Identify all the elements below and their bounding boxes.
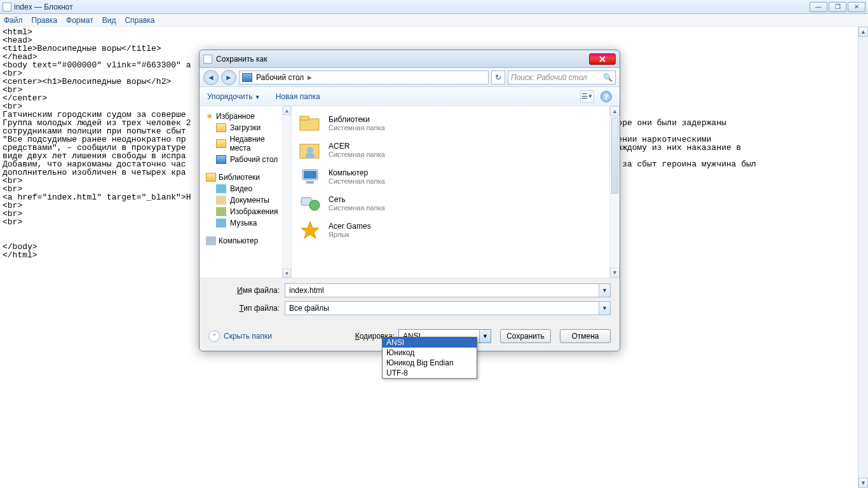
scroll-down-icon[interactable]: ▼ <box>858 478 868 488</box>
file-subtitle: Системная папка <box>329 124 385 132</box>
encoding-option[interactable]: Юникод Big Endian <box>383 358 477 368</box>
filename-input[interactable]: index.html ▼ <box>285 283 611 297</box>
form-area: Имя файла: index.html ▼ Тип файла: Все ф… <box>200 278 620 323</box>
chevron-down-icon[interactable]: ▼ <box>479 330 491 342</box>
nav-forward-button[interactable]: ► <box>221 70 236 85</box>
organize-button[interactable]: Упорядочить ▼ <box>207 92 261 101</box>
sidebar-favorites-header[interactable]: ★Избранное <box>200 110 291 122</box>
scroll-up-icon[interactable]: ▲ <box>283 106 291 115</box>
search-input[interactable]: Поиск: Рабочий стол 🔍 <box>508 71 616 85</box>
computer-icon <box>298 166 322 187</box>
file-item[interactable]: СетьСистемная папка <box>298 190 613 217</box>
file-subtitle: Системная папка <box>329 204 385 212</box>
svg-rect-1 <box>300 116 309 120</box>
sidebar-item-music[interactable]: Музыка <box>200 217 291 229</box>
close-icon <box>599 56 606 62</box>
filetype-select[interactable]: Все файлы ▼ <box>285 301 611 315</box>
nav-sidebar: ★Избранное Загрузки Недавние места Рабоч… <box>200 106 292 278</box>
maximize-button[interactable]: ❐ <box>829 2 846 12</box>
view-options-button[interactable]: ☰▼ <box>580 90 594 103</box>
encoding-option[interactable]: Юникод <box>383 348 477 358</box>
sidebar-item-downloads[interactable]: Загрузки <box>200 122 291 133</box>
images-icon <box>216 207 226 216</box>
help-button[interactable]: ? <box>600 91 612 102</box>
breadcrumb[interactable]: Рабочий стол ▶ <box>239 71 489 85</box>
file-item[interactable]: КомпьютерСистемная папка <box>298 163 613 190</box>
dialog-icon <box>203 55 212 64</box>
folder-icon <box>216 123 226 132</box>
scroll-down-icon[interactable]: ▼ <box>610 268 620 278</box>
file-subtitle: Системная папка <box>329 177 385 185</box>
filename-label: Имя файла: <box>208 286 285 295</box>
hide-folders-button[interactable]: ˄ Скрыть папки <box>208 330 272 342</box>
file-item[interactable]: Acer GamesЯрлык <box>298 217 613 243</box>
encoding-option[interactable]: UTF-8 <box>383 368 477 378</box>
dialog-titlebar[interactable]: Сохранить как <box>200 50 620 68</box>
sidebar-item-recent[interactable]: Недавние места <box>200 133 291 154</box>
scroll-down-icon[interactable]: ▼ <box>283 269 291 278</box>
dialog-close-button[interactable] <box>589 53 616 65</box>
minimize-button[interactable]: — <box>810 2 827 12</box>
file-name: Сеть <box>329 195 385 204</box>
dialog-toolbar: Упорядочить ▼ Новая папка ☰▼ ? <box>200 87 620 106</box>
computer-icon <box>206 236 216 245</box>
chevron-down-icon[interactable]: ▼ <box>599 302 610 315</box>
notepad-icon <box>3 3 11 11</box>
libraries-icon <box>298 112 322 134</box>
search-icon: 🔍 <box>603 73 613 82</box>
scroll-up-icon[interactable]: ▲ <box>858 27 868 37</box>
file-subtitle: Ярлык <box>329 231 371 238</box>
svg-point-9 <box>309 200 320 210</box>
notepad-scrollbar[interactable]: ▲ ▼ <box>858 27 868 488</box>
menu-edit[interactable]: Правка <box>32 16 58 25</box>
refresh-button[interactable]: ↻ <box>491 71 505 85</box>
video-icon <box>216 184 226 193</box>
file-name: Acer Games <box>329 222 371 231</box>
folder-icon <box>216 139 226 148</box>
close-button[interactable]: ✕ <box>848 2 865 12</box>
network-icon <box>298 193 322 214</box>
sidebar-item-images[interactable]: Изображения <box>200 206 291 217</box>
sidebar-item-documents[interactable]: Документы <box>200 194 291 206</box>
save-button[interactable]: Сохранить <box>500 329 551 343</box>
encoding-dropdown[interactable]: ANSIЮникодЮникод Big EndianUTF-8 <box>382 337 477 379</box>
file-pane[interactable]: БиблиотекиСистемная папкаACERСистемная п… <box>292 106 620 278</box>
dialog-body: ★Избранное Загрузки Недавние места Рабоч… <box>200 106 620 278</box>
notepad-titlebar[interactable]: index — Блокнот — ❐ ✕ <box>0 0 868 14</box>
file-item[interactable]: БиблиотекиСистемная папка <box>298 110 613 137</box>
file-subtitle: Системная папка <box>329 151 385 158</box>
svg-rect-6 <box>304 171 316 179</box>
scroll-up-icon[interactable]: ▲ <box>610 106 620 116</box>
menu-file[interactable]: Файл <box>4 16 23 25</box>
shortcut-icon <box>298 219 322 241</box>
chevron-right-icon[interactable]: ▶ <box>308 74 312 81</box>
menu-help[interactable]: Справка <box>125 16 154 25</box>
filelist-scrollbar[interactable]: ▲ ▼ <box>609 106 620 278</box>
chevron-down-icon[interactable]: ▼ <box>599 284 610 297</box>
sidebar-computer-header[interactable]: Компьютер <box>200 235 291 247</box>
dialog-title: Сохранить как <box>216 55 267 64</box>
encoding-option[interactable]: ANSI <box>383 337 477 348</box>
music-icon <box>216 219 226 227</box>
sidebar-libraries-header[interactable]: Библиотеки <box>200 172 291 183</box>
sidebar-item-desktop[interactable]: Рабочий стол <box>200 154 291 165</box>
chevron-down-icon: ▼ <box>255 94 261 100</box>
sidebar-item-video[interactable]: Видео <box>200 183 291 194</box>
nav-back-button[interactable]: ◄ <box>203 70 219 85</box>
file-name: Компьютер <box>329 168 385 177</box>
star-icon: ★ <box>206 111 214 121</box>
svg-point-3 <box>307 147 313 153</box>
cancel-button[interactable]: Отмена <box>560 329 611 343</box>
chevron-up-icon: ˄ <box>208 330 220 342</box>
new-folder-button[interactable]: Новая папка <box>276 92 320 101</box>
libraries-icon <box>206 173 216 182</box>
notepad-menubar: Файл Правка Формат Вид Справка <box>0 14 868 27</box>
menu-format[interactable]: Формат <box>66 16 93 25</box>
breadcrumb-text: Рабочий стол <box>256 73 304 82</box>
filetype-label: Тип файла: <box>208 304 285 313</box>
menu-view[interactable]: Вид <box>102 16 116 25</box>
nav-row: ◄ ► Рабочий стол ▶ ↻ Поиск: Рабочий стол… <box>200 68 620 87</box>
scroll-thumb[interactable] <box>611 118 618 194</box>
sidebar-scrollbar[interactable]: ▲▼ <box>282 106 291 278</box>
file-item[interactable]: ACERСистемная папка <box>298 137 613 163</box>
